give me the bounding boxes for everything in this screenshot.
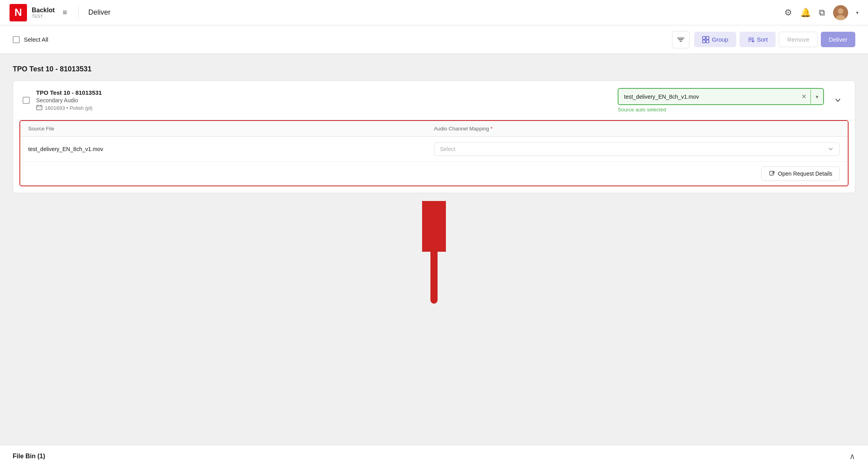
- settings-icon[interactable]: ⚙: [784, 8, 792, 18]
- required-asterisk: *: [489, 126, 493, 132]
- remove-button[interactable]: Remove: [779, 32, 818, 47]
- file-bin-title: File Bin (1): [13, 453, 45, 460]
- file-selector-clear-button[interactable]: ✕: [797, 89, 810, 104]
- select-all-area: Select All: [13, 36, 48, 43]
- col-source-header: Source File: [28, 126, 434, 132]
- bell-icon[interactable]: 🔔: [800, 8, 811, 18]
- page-title: Deliver: [88, 8, 110, 17]
- details-footer: Open Request Details: [20, 162, 848, 186]
- mapping-cell: Select: [434, 142, 840, 156]
- svg-rect-15: [37, 105, 38, 106]
- item-meta-text: 1601693 • Polish (pl): [45, 105, 92, 111]
- col-mapping-header: Audio Channel Mapping *: [434, 126, 840, 132]
- remove-button-label: Remove: [787, 36, 809, 43]
- filter-button[interactable]: [672, 31, 689, 48]
- svg-rect-18: [770, 171, 774, 175]
- svg-rect-7: [703, 36, 705, 39]
- section-title: TPO Test 10 - 81013531: [13, 65, 855, 73]
- item-info: TPO Test 10 - 81013531 Secondary Audio 1…: [36, 89, 611, 111]
- svg-rect-10: [706, 40, 709, 43]
- svg-point-1: [838, 8, 843, 14]
- deliver-button[interactable]: Deliver: [821, 32, 855, 47]
- file-selector[interactable]: test_delivery_EN_8ch_v1.mov ✕ ▾: [618, 88, 824, 105]
- svg-rect-9: [703, 40, 705, 43]
- toolbar: Select All Group Sor: [0, 25, 868, 54]
- brand-sub: TEST: [32, 14, 55, 19]
- deliver-button-label: Deliver: [829, 36, 847, 43]
- file-selector-area: test_delivery_EN_8ch_v1.mov ✕ ▾ Source a…: [618, 88, 824, 113]
- svg-rect-16: [40, 105, 41, 106]
- header-right: ⚙ 🔔 ⧉ ▾: [784, 5, 858, 20]
- avatar[interactable]: [833, 5, 848, 20]
- item-subtitle: Secondary Audio: [36, 97, 611, 103]
- logo-area: N Backlot TEST: [10, 4, 55, 21]
- up-arrow-indicator: [422, 201, 446, 304]
- select-all-label: Select All: [24, 36, 48, 43]
- arrow-container: [13, 193, 855, 308]
- expand-button[interactable]: [830, 93, 845, 108]
- action-buttons: Group Sort Remove Deliver: [694, 32, 855, 47]
- select-all-checkbox[interactable]: [13, 36, 20, 43]
- meta-icon: [36, 105, 42, 111]
- group-button[interactable]: Group: [694, 32, 736, 47]
- sort-button-label: Sort: [757, 36, 768, 43]
- details-table-header: Source File Audio Channel Mapping *: [20, 121, 848, 137]
- open-request-button[interactable]: Open Request Details: [761, 167, 840, 181]
- file-bin-chevron-icon[interactable]: ∧: [849, 452, 855, 461]
- netflix-logo: N: [10, 4, 27, 21]
- hamburger-menu[interactable]: ≡: [61, 6, 69, 19]
- file-selector-value: test_delivery_EN_8ch_v1.mov: [618, 90, 797, 104]
- header-divider: [78, 6, 79, 19]
- svg-rect-14: [36, 105, 42, 110]
- avatar-chevron-icon[interactable]: ▾: [856, 10, 858, 15]
- main-content: TPO Test 10 - 81013531 TPO Test 10 - 810…: [0, 54, 868, 445]
- delivery-item-header: TPO Test 10 - 81013531 Secondary Audio 1…: [13, 81, 855, 120]
- item-title: TPO Test 10 - 81013531: [36, 89, 611, 96]
- details-panel: Source File Audio Channel Mapping * test…: [19, 120, 849, 186]
- open-request-label: Open Request Details: [778, 170, 832, 177]
- brand-text: Backlot TEST: [32, 7, 55, 19]
- source-file-cell: test_delivery_EN_8ch_v1.mov: [28, 146, 434, 152]
- group-button-label: Group: [712, 36, 728, 43]
- mapping-select-placeholder: Select: [440, 146, 455, 152]
- header: N Backlot TEST ≡ Deliver ⚙ 🔔 ⧉ ▾: [0, 0, 868, 25]
- item-checkbox[interactable]: [23, 97, 30, 104]
- file-selector-dropdown-icon[interactable]: ▾: [810, 90, 823, 104]
- mapping-select-dropdown[interactable]: Select: [434, 142, 840, 156]
- delivery-card: TPO Test 10 - 81013531 Secondary Audio 1…: [13, 80, 855, 193]
- sort-button[interactable]: Sort: [739, 32, 776, 47]
- file-bin-bar: File Bin (1) ∧: [0, 445, 868, 467]
- external-link-icon[interactable]: ⧉: [819, 8, 825, 18]
- svg-rect-8: [706, 36, 709, 39]
- details-table-row: test_delivery_EN_8ch_v1.mov Select: [20, 137, 848, 162]
- brand-name: Backlot: [32, 7, 55, 14]
- item-meta: 1601693 • Polish (pl): [36, 105, 611, 111]
- source-auto-text: Source auto selected: [618, 107, 824, 113]
